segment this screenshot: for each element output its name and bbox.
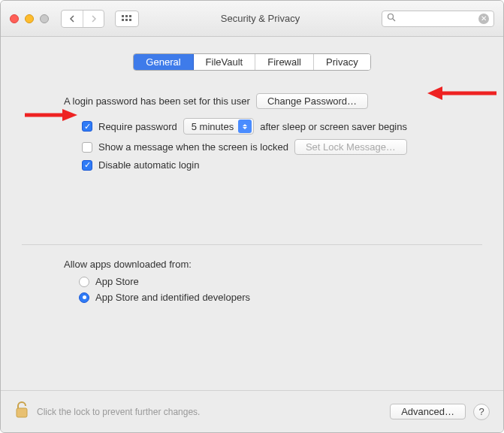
forward-button[interactable] (83, 11, 104, 27)
require-password-delay-select[interactable]: 5 minutes (183, 118, 254, 135)
window-titlebar: Security & Privacy ✕ (1, 1, 503, 37)
window-controls (10, 14, 49, 23)
svg-rect-5 (129, 19, 131, 21)
tab-general[interactable]: General (134, 54, 193, 70)
svg-line-7 (393, 19, 395, 21)
section-divider (22, 244, 482, 245)
svg-point-6 (388, 14, 394, 20)
require-password-row: Require password 5 minutes after sleep o… (82, 118, 482, 135)
minimize-window-button[interactable] (25, 14, 34, 23)
clear-search-icon[interactable]: ✕ (478, 14, 489, 24)
show-message-label: Show a message when the screen is locked (98, 141, 288, 153)
delay-value: 5 minutes (192, 121, 234, 132)
radio-row-appstore: App Store (79, 276, 482, 287)
footer: Click the lock to prevent further change… (1, 390, 503, 432)
require-password-checkbox[interactable] (82, 121, 92, 132)
tab-bar: General FileVault Firewall Privacy (1, 53, 503, 71)
require-password-post: after sleep or screen saver begins (260, 121, 407, 132)
svg-rect-3 (122, 19, 124, 21)
disable-autologin-checkbox[interactable] (82, 160, 92, 171)
select-stepper-icon (238, 120, 252, 133)
radio-appstore[interactable] (79, 277, 89, 287)
radio-identified-developers[interactable] (79, 292, 89, 303)
lock-text: Click the lock to prevent further change… (37, 407, 200, 417)
tab-label: General (146, 56, 180, 68)
tab-firewall[interactable]: Firewall (255, 54, 314, 70)
download-heading: Allow apps downloaded from: (64, 259, 482, 270)
radio-row-identified: App Store and identified developers (79, 292, 482, 303)
svg-rect-2 (129, 15, 131, 17)
set-lock-message-button[interactable]: Set Lock Message… (294, 139, 407, 155)
login-password-text: A login password has been set for this u… (64, 95, 250, 107)
svg-rect-8 (17, 408, 27, 417)
require-password-pre: Require password (98, 121, 177, 132)
show-all-button[interactable] (115, 11, 139, 27)
help-button[interactable]: ? (473, 404, 490, 420)
tab-privacy[interactable]: Privacy (314, 54, 370, 70)
disable-autologin-label: Disable automatic login (98, 159, 199, 171)
general-content: A login password has been set for this u… (1, 71, 503, 181)
tab-label: FileVault (206, 56, 243, 68)
advanced-button[interactable]: Advanced… (390, 404, 466, 419)
window-title: Security & Privacy (145, 13, 376, 24)
show-message-row: Show a message when the screen is locked… (82, 139, 482, 155)
change-password-button[interactable]: Change Password… (256, 93, 368, 109)
disable-autologin-row: Disable automatic login (82, 159, 482, 171)
security-privacy-window: Security & Privacy ✕ General FileVault F… (0, 0, 504, 433)
back-button[interactable] (62, 11, 83, 27)
lock-icon[interactable] (14, 401, 29, 422)
close-window-button[interactable] (10, 14, 19, 23)
search-icon (387, 13, 396, 24)
radio-appstore-label: App Store (95, 276, 139, 287)
search-field[interactable]: ✕ (382, 11, 494, 27)
tab-label: Privacy (326, 56, 358, 68)
radio-identified-label: App Store and identified developers (95, 292, 250, 303)
nav-buttons (61, 10, 104, 28)
zoom-window-button (40, 14, 49, 23)
show-message-checkbox[interactable] (82, 142, 92, 153)
svg-rect-0 (122, 15, 124, 17)
tab-filevault[interactable]: FileVault (194, 54, 256, 70)
download-apps-section: Allow apps downloaded from: App Store Ap… (1, 214, 503, 390)
svg-rect-4 (125, 19, 128, 21)
login-password-row: A login password has been set for this u… (64, 93, 482, 109)
svg-rect-1 (125, 15, 128, 17)
tab-label: Firewall (267, 56, 301, 68)
